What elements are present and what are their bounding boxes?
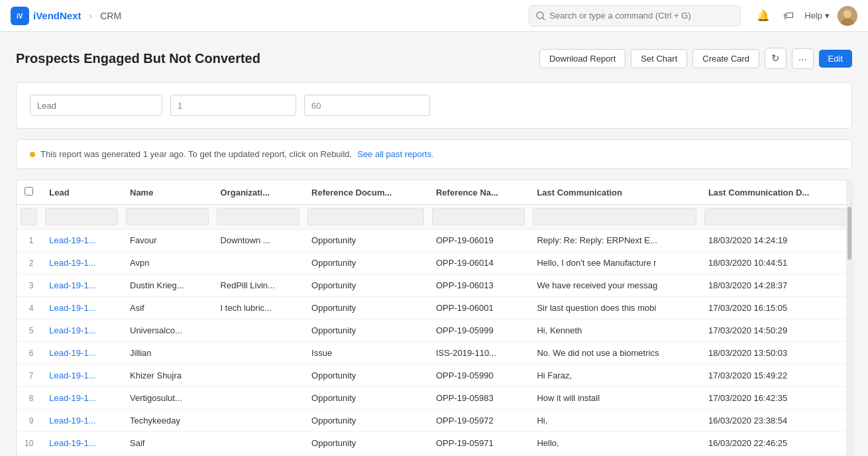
scrollbar-thumb[interactable]	[847, 207, 851, 260]
table-header-row: Lead Name Organizati... Reference Docum.…	[17, 180, 851, 205]
cell-ref-name: OPP-19-05990	[428, 365, 529, 387]
search-input[interactable]	[549, 11, 733, 21]
cell-last-comm-date: 18/03/2020 10:44:51	[700, 252, 851, 274]
set-chart-button[interactable]: Set Chart	[631, 49, 687, 68]
cell-ref-name: OPP-19-06013	[428, 274, 529, 297]
toolbar: Download Report Set Chart Create Card ↻ …	[539, 48, 852, 69]
cell-org	[213, 319, 304, 342]
row-number: 3	[17, 274, 41, 297]
cell-last-comm-date: 18/03/2020 14:24:19	[700, 229, 851, 252]
table-row: 7 Lead-19-1... Khizer Shujra Opportunity…	[17, 365, 851, 387]
row-number: 10	[17, 432, 41, 455]
cell-last-comm: Hi,	[529, 410, 700, 432]
cell-lead: Lead-19-1...	[41, 297, 122, 319]
help-button[interactable]: Help ▾	[804, 11, 830, 21]
table-row: 9 Lead-19-1... Techykeeday Opportunity O…	[17, 410, 851, 432]
table-row: 6 Lead-19-1... Jillian Issue ISS-2019-11…	[17, 342, 851, 365]
cell-lead: Lead-19-1...	[41, 319, 122, 342]
cell-last-comm-date: 17/03/2020 16:42:35	[700, 387, 851, 410]
cell-name: Avpn	[122, 252, 213, 274]
col-lead: Lead	[41, 180, 122, 205]
more-options-button[interactable]: ···	[792, 48, 814, 69]
cell-name: Techykeeday	[122, 410, 213, 432]
table-row: 10 Lead-19-1... Saif Opportunity OPP-19-…	[17, 432, 851, 455]
status-dot	[30, 152, 35, 157]
breadcrumb-crm[interactable]: CRM	[100, 11, 121, 21]
cell-ref-name: OPP-19-06001	[428, 297, 529, 319]
row-number: 5	[17, 319, 41, 342]
cell-last-comm: No. We did not use a biometrics	[529, 342, 700, 365]
cell-name: Vertigosulut...	[122, 387, 213, 410]
cell-ref-doc: Opportunity	[303, 274, 428, 297]
cell-lead: Lead-19-1...	[41, 432, 122, 455]
col-last-comm: Last Communication	[529, 180, 700, 205]
logo-icon: iV	[11, 7, 29, 25]
app-logo[interactable]: iV iVendNext	[11, 7, 81, 25]
cell-ref-doc: Opportunity	[303, 252, 428, 274]
status-message: This report was generated 1 year ago. To…	[40, 149, 352, 159]
cell-last-comm-date: 17/03/2020 16:15:05	[700, 297, 851, 319]
cell-last-comm: How it will install	[529, 387, 700, 410]
scrollbar-track[interactable]	[846, 180, 851, 456]
cell-ref-name: OPP-19-06014	[428, 252, 529, 274]
cell-ref-doc: Opportunity	[303, 229, 428, 252]
cell-last-comm-date: 17/03/2020 14:50:29	[700, 319, 851, 342]
cell-ref-doc: Opportunity	[303, 387, 428, 410]
breadcrumb-separator: ›	[89, 11, 93, 21]
table-body: 1 Lead-19-1... Favour Downtown ... Oppor…	[17, 229, 851, 457]
cell-ref-name: OPP-19-05983	[428, 387, 529, 410]
select-all-checkbox[interactable]	[25, 187, 33, 196]
cell-last-comm-date: 17/03/2020 15:49:22	[700, 365, 851, 387]
row-number: 6	[17, 342, 41, 365]
lead-filter-input[interactable]	[30, 95, 162, 116]
page-title: Prospects Engaged But Not Converted	[16, 51, 539, 66]
column-filter-row	[17, 205, 851, 229]
global-search-bar[interactable]	[529, 5, 741, 27]
cell-org: RedPill Livin...	[213, 274, 304, 297]
chevron-down-icon: ▾	[825, 11, 830, 21]
table-row: 8 Lead-19-1... Vertigosulut... Opportuni…	[17, 387, 851, 410]
data-table-container: Lead Name Organizati... Reference Docum.…	[16, 180, 852, 456]
cell-lead: Lead-19-1...	[41, 342, 122, 365]
cell-ref-doc: Issue	[303, 342, 428, 365]
user-avatar[interactable]	[838, 6, 857, 26]
main-content: Prospects Engaged But Not Converted Down…	[0, 32, 868, 456]
download-report-button[interactable]: Download Report	[539, 49, 625, 68]
col-ref-name: Reference Na...	[428, 180, 529, 205]
cell-last-comm: Hello, I don't see Manufacture r	[529, 252, 700, 274]
topnav: iV iVendNext › CRM 🔔 🏷 Help ▾	[0, 0, 868, 32]
cell-ref-name: OPP-19-05999	[428, 319, 529, 342]
cell-last-comm: We have received your messag	[529, 274, 700, 297]
cell-lead: Lead-19-1...	[41, 365, 122, 387]
filter-field2-input[interactable]	[170, 95, 296, 116]
cell-last-comm-date: 18/03/2020 14:28:37	[700, 274, 851, 297]
filter-field3-input[interactable]	[304, 95, 430, 116]
refresh-button[interactable]: ↻	[765, 48, 787, 69]
cell-ref-doc: Opportunity	[303, 319, 428, 342]
create-card-button[interactable]: Create Card	[692, 49, 759, 68]
cell-ref-name: OPP-19-05972	[428, 410, 529, 432]
row-number: 1	[17, 229, 41, 252]
svg-point-5	[843, 10, 851, 18]
cell-name: Dustin Krieg...	[122, 274, 213, 297]
cell-org: I tech lubric...	[213, 297, 304, 319]
svg-text:iV: iV	[17, 13, 23, 20]
cell-last-comm-date: 16/03/2020 22:46:25	[700, 432, 851, 455]
row-number: 8	[17, 387, 41, 410]
svg-line-3	[543, 18, 545, 20]
notification-button[interactable]: 🔔	[754, 7, 773, 25]
cell-lead: Lead-19-1...	[41, 229, 122, 252]
col-checkbox	[17, 180, 41, 205]
table-row: 2 Lead-19-1... Avpn Opportunity OPP-19-0…	[17, 252, 851, 274]
table-row: 1 Lead-19-1... Favour Downtown ... Oppor…	[17, 229, 851, 252]
see-past-reports-link[interactable]: See all past reports.	[357, 149, 434, 159]
status-bar: This report was generated 1 year ago. To…	[16, 139, 852, 169]
row-number: 2	[17, 252, 41, 274]
cell-last-comm-date: 18/03/2020 13:50:03	[700, 342, 851, 365]
cell-name: Universalco...	[122, 319, 213, 342]
edit-button[interactable]: Edit	[819, 50, 852, 68]
col-ref-doc: Reference Docum...	[303, 180, 428, 205]
tag-button[interactable]: 🏷	[781, 7, 796, 25]
col-last-comm-date: Last Communication D...	[700, 180, 851, 205]
cell-ref-name: OPP-19-05971	[428, 432, 529, 455]
